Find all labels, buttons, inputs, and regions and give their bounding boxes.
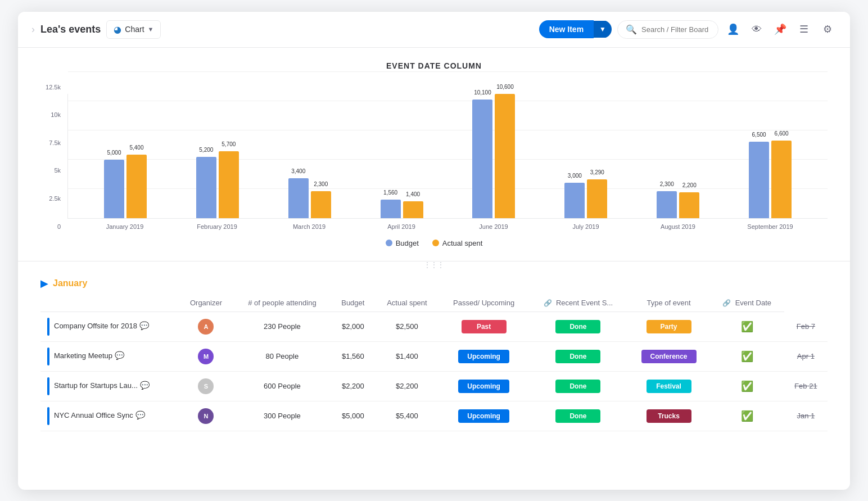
th-budget: Budget: [331, 294, 375, 312]
cell-check: ✅: [709, 341, 784, 371]
status-badge-recent: Done: [555, 320, 600, 333]
status-badge-type: Conference: [641, 350, 697, 363]
cell-actual: $2,200: [375, 371, 439, 401]
bar-group: 6,5006,600: [724, 141, 816, 218]
eye-icon[interactable]: 👁: [748, 20, 766, 38]
comment-icon[interactable]: 💬: [137, 321, 149, 330]
filter-icon[interactable]: ☰: [795, 20, 813, 38]
chart-button[interactable]: ◕ Chart ▼: [106, 20, 161, 39]
x-axis-label: August 2019: [632, 223, 724, 230]
th-type-of-event: Type of event: [628, 294, 710, 312]
events-table: Organizer# of people attendingBudgetActu…: [40, 294, 828, 431]
bar-actual[interactable]: 5,700: [219, 151, 239, 218]
legend-actual-dot: [432, 240, 439, 246]
resize-handle[interactable]: ⋮⋮⋮: [18, 261, 850, 268]
board-title: Lea's events: [40, 24, 101, 35]
bar-actual[interactable]: 1,400: [403, 201, 423, 218]
bar-actual[interactable]: 6,600: [771, 141, 792, 218]
new-item-dropdown-button[interactable]: ▼: [594, 21, 612, 38]
cell-recent: Done: [528, 371, 627, 401]
settings-icon[interactable]: ⚙: [819, 20, 837, 38]
bar-actual[interactable]: 5,400: [126, 155, 147, 218]
bar-actual-label: 2,300: [314, 181, 328, 187]
cell-type: Trucks: [628, 401, 710, 431]
cell-organizer: N: [179, 401, 233, 431]
status-badge-passed: Upcoming: [458, 350, 509, 363]
bar-budget[interactable]: 2,300: [657, 191, 677, 218]
y-axis-label: 7.5k: [40, 139, 61, 146]
header-right: New Item ▼ 🔍 👤 👁 📌 ☰ ⚙: [539, 20, 837, 39]
x-axis-label: July 2019: [540, 223, 632, 230]
search-icon: 🔍: [626, 24, 637, 35]
bar-budget[interactable]: 5,000: [104, 160, 124, 218]
x-axis-label: April 2019: [355, 223, 447, 230]
cell-actual: $5,400: [375, 401, 439, 431]
cell-check: ✅: [709, 371, 784, 401]
bar-budget[interactable]: 10,100: [472, 100, 492, 218]
bar-actual[interactable]: 2,300: [311, 191, 331, 218]
cell-name: Startup for Startups Lau... 💬: [40, 371, 179, 401]
bar-actual-label: 6,600: [775, 130, 789, 137]
row-name-text: NYC Annual Office Sync: [54, 411, 133, 419]
cell-people: 300 People: [233, 401, 331, 431]
table-row[interactable]: Company Offsite for 2018 💬A230 People$2,…: [40, 312, 828, 341]
row-indicator: [47, 347, 49, 365]
cell-budget: $1,560: [331, 341, 375, 371]
row-name-text: Company Offsite for 2018: [54, 322, 137, 330]
bar-actual[interactable]: 3,290: [587, 179, 607, 218]
bar-actual-label: 10,600: [496, 84, 514, 90]
new-item-main-button[interactable]: New Item: [539, 20, 594, 38]
cell-organizer: S: [179, 371, 233, 401]
bar-budget[interactable]: 5,200: [196, 157, 216, 218]
bar-budget[interactable]: 3,400: [288, 178, 309, 218]
table-row[interactable]: Startup for Startups Lau... 💬S600 People…: [40, 371, 828, 401]
pin-icon[interactable]: 📌: [771, 20, 789, 38]
bar-group: 3,4002,300: [264, 178, 356, 218]
comment-icon[interactable]: 💬: [138, 381, 150, 390]
bar-group: 5,0005,400: [79, 155, 171, 218]
comment-icon[interactable]: 💬: [112, 351, 124, 360]
bar-actual-label: 2,200: [682, 182, 697, 188]
status-badge-type: Party: [647, 320, 691, 333]
cell-people: 80 People: [233, 341, 331, 371]
bar-budget[interactable]: 1,560: [381, 200, 401, 218]
event-date: Feb 7: [797, 322, 815, 331]
row-indicator: [47, 377, 49, 395]
person-icon[interactable]: 👤: [724, 20, 742, 38]
cell-date: Jan 1: [784, 401, 828, 431]
comment-icon[interactable]: 💬: [133, 410, 145, 419]
cell-name: Marketing Meetup 💬: [40, 341, 179, 371]
grid-line: [68, 71, 828, 72]
legend-budget-dot: [386, 240, 392, 246]
bar-budget-label: 6,500: [752, 132, 766, 138]
back-chevron-icon[interactable]: ›: [31, 24, 35, 35]
cell-name: Company Offsite for 2018 💬: [40, 312, 179, 341]
cell-passed: Upcoming: [439, 341, 528, 371]
search-box[interactable]: 🔍: [617, 20, 718, 39]
group-collapse-icon[interactable]: ▶: [40, 277, 48, 290]
bar-budget-label: 2,300: [660, 181, 674, 187]
cell-date: Feb 7: [784, 312, 828, 341]
new-item-button[interactable]: New Item ▼: [539, 20, 612, 38]
link-icon: 🔗: [722, 299, 733, 307]
bar-budget[interactable]: 3,000: [564, 183, 585, 218]
search-input[interactable]: [641, 25, 710, 34]
bar-budget[interactable]: 6,500: [749, 142, 769, 218]
bar-group: 1,5601,400: [356, 200, 448, 218]
group-header: ▶ January: [40, 277, 828, 290]
cell-passed: Upcoming: [439, 371, 528, 401]
bars-area: 5,0005,4005,2005,7003,4002,3001,5601,400…: [67, 94, 828, 218]
th---of-people-attending: # of people attending: [233, 294, 331, 312]
bar-actual[interactable]: 2,200: [679, 192, 699, 218]
bar-actual-label: 1,400: [406, 191, 420, 197]
cell-recent: Done: [528, 341, 627, 371]
status-badge-recent: Done: [555, 409, 600, 423]
table-row[interactable]: NYC Annual Office Sync 💬N300 People$5,00…: [40, 401, 828, 431]
bar-group: 2,3002,200: [632, 191, 724, 218]
bar-budget-label: 10,100: [474, 89, 491, 96]
bar-actual[interactable]: 10,600: [495, 94, 515, 218]
cell-passed: Past: [439, 312, 528, 341]
table-row[interactable]: Marketing Meetup 💬M80 People$1,560$1,400…: [40, 341, 828, 371]
cell-passed: Upcoming: [439, 401, 528, 431]
x-labels: January 2019February 2019March 2019April…: [67, 219, 828, 230]
